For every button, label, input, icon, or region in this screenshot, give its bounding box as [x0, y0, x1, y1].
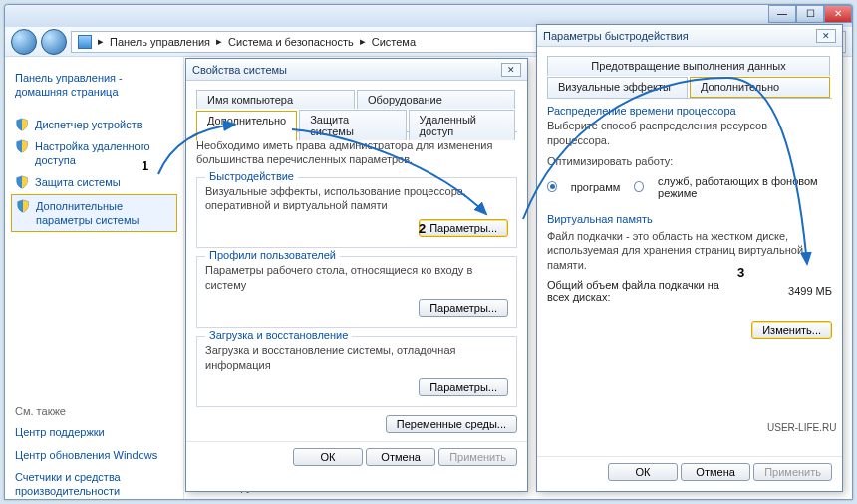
virtual-memory-group: Виртуальная память Файл подкачки - это о… — [547, 213, 832, 340]
cancel-button[interactable]: Отмена — [681, 463, 750, 481]
cancel-button[interactable]: Отмена — [366, 448, 435, 466]
dialog-close-button[interactable]: ✕ — [501, 63, 521, 77]
vm-total-label: Общий объем файла подкачки на всех диска… — [547, 279, 736, 303]
cpu-desc: Выберите способ распределения ресурсов п… — [547, 119, 832, 148]
apply-button[interactable]: Применить — [438, 448, 517, 466]
dialog-title: Параметры быстродействия — [543, 30, 689, 42]
vm-desc: Файл подкачки - это область на жестком д… — [547, 229, 832, 274]
performance-desc: Визуальные эффекты, использование процес… — [205, 184, 508, 214]
crumb-sep: ▸ — [98, 35, 104, 48]
crumb-sep: ▸ — [216, 35, 222, 48]
tab-computer-name[interactable]: Имя компьютера — [196, 90, 355, 109]
tab-visual-effects[interactable]: Визуальные эффекты — [547, 77, 688, 98]
sidebar: Панель управления - домашняя страница Ди… — [5, 57, 184, 499]
dialog-close-button[interactable]: ✕ — [816, 29, 836, 43]
back-button[interactable] — [11, 29, 37, 55]
cpu-heading: Распределение времени процессора — [547, 105, 832, 117]
see-also-label: Центр обновления Windows — [15, 448, 157, 462]
profiles-legend: Профили пользователей — [205, 249, 340, 261]
annotation-2: 2 — [419, 221, 426, 236]
crumb-system[interactable]: Система — [372, 36, 416, 48]
startup-desc: Загрузка и восстановление системы, отлад… — [205, 343, 508, 373]
apply-button[interactable]: Применить — [753, 463, 832, 481]
sidebar-item-label: Диспетчер устройств — [35, 118, 143, 131]
profiles-group: Профили пользователей Параметры рабочего… — [196, 256, 517, 328]
performance-legend: Быстродействие — [205, 170, 298, 182]
crumb-sep: ▸ — [360, 35, 366, 48]
tab-advanced[interactable]: Дополнительно — [196, 111, 297, 141]
startup-recovery-group: Загрузка и восстановление Загрузка и вос… — [196, 336, 517, 407]
sidebar-device-manager[interactable]: Диспетчер устройств — [11, 114, 177, 135]
see-also-action-center[interactable]: Центр поддержки — [11, 421, 177, 443]
tabs: Имя компьютера Оборудование Дополнительн… — [196, 89, 517, 132]
performance-group: Быстродействие Визуальные эффекты, испол… — [196, 177, 517, 249]
radio-programs-label: программ — [571, 181, 621, 193]
vm-change-button[interactable]: Изменить... — [751, 321, 832, 339]
see-also-label: Счетчики и средства производительности — [15, 470, 173, 499]
dialog-title: Свойства системы — [192, 64, 287, 76]
shield-icon — [15, 175, 29, 189]
sidebar-remote-settings[interactable]: Настройка удаленного доступа — [11, 135, 177, 172]
radio-programs[interactable] — [547, 181, 557, 192]
tabs: Предотвращение выполнения данных Визуаль… — [547, 55, 832, 99]
profiles-desc: Параметры рабочего стола, относящиеся ко… — [205, 263, 508, 293]
radio-services-label: служб, работающих в фоновом режиме — [658, 175, 832, 199]
startup-legend: Загрузка и восстановление — [205, 329, 352, 341]
ok-button[interactable]: ОК — [608, 463, 678, 481]
crumb-control-panel[interactable]: Панель управления — [110, 36, 210, 48]
sidebar-home-label: Панель управления - домашняя страница — [15, 71, 123, 100]
radio-services[interactable] — [634, 181, 644, 192]
watermark: USER-LIFE.RU — [767, 422, 836, 433]
ok-button[interactable]: ОК — [293, 448, 363, 466]
computer-icon — [78, 35, 92, 49]
shield-icon — [15, 118, 29, 131]
tab-advanced[interactable]: Дополнительно — [690, 77, 830, 98]
close-button[interactable]: ✕ — [824, 5, 852, 23]
sidebar-home-link[interactable]: Панель управления - домашняя страница — [11, 67, 177, 104]
shield-icon — [16, 199, 30, 213]
see-also-perf-tools[interactable]: Счетчики и средства производительности — [11, 466, 177, 503]
startup-settings-button[interactable]: Параметры... — [419, 378, 508, 396]
tab-dep[interactable]: Предотвращение выполнения данных — [547, 56, 830, 76]
tab-remote[interactable]: Удаленный доступ — [409, 110, 515, 140]
crumb-system-security[interactable]: Система и безопасность — [228, 36, 354, 48]
tab-hardware[interactable]: Оборудование — [357, 90, 515, 109]
sidebar-advanced-settings[interactable]: Дополнительные параметры системы — [11, 194, 177, 233]
see-also-windows-update[interactable]: Центр обновления Windows — [11, 444, 177, 466]
dialog-titlebar: Свойства системы ✕ — [186, 59, 527, 81]
minimize-button[interactable]: — — [768, 5, 796, 23]
vm-legend: Виртуальная память — [547, 213, 832, 225]
shield-icon — [15, 139, 29, 153]
dialog-footer: ОК Отмена Применить — [186, 441, 527, 476]
maximize-button[interactable]: ☐ — [796, 5, 824, 23]
dialog-titlebar: Параметры быстродействия ✕ — [537, 25, 842, 47]
sidebar-system-protection[interactable]: Защита системы — [11, 171, 177, 193]
sidebar-item-label: Настройка удаленного доступа — [35, 139, 173, 168]
env-vars-button[interactable]: Переменные среды... — [386, 415, 517, 433]
optimize-label: Оптимизировать работу: — [547, 154, 832, 169]
system-properties-dialog: Свойства системы ✕ Имя компьютера Оборуд… — [185, 58, 528, 492]
profiles-settings-button[interactable]: Параметры... — [419, 299, 508, 317]
see-also-heading: См. также — [11, 401, 177, 421]
vm-total-value: 3499 МБ — [788, 285, 832, 297]
annotation-3: 3 — [737, 265, 744, 280]
see-also-label: Центр поддержки — [15, 425, 105, 439]
admin-rights-note: Необходимо иметь права администратора дл… — [196, 138, 517, 167]
sidebar-item-label: Дополнительные параметры системы — [36, 199, 172, 228]
performance-settings-button[interactable]: Параметры... — [419, 219, 508, 237]
tab-system-protection[interactable]: Защита системы — [299, 110, 406, 140]
forward-button[interactable] — [41, 29, 67, 55]
sidebar-item-label: Защита системы — [35, 175, 121, 189]
dialog-footer: ОК Отмена Применить — [537, 456, 842, 491]
annotation-1: 1 — [142, 158, 148, 173]
